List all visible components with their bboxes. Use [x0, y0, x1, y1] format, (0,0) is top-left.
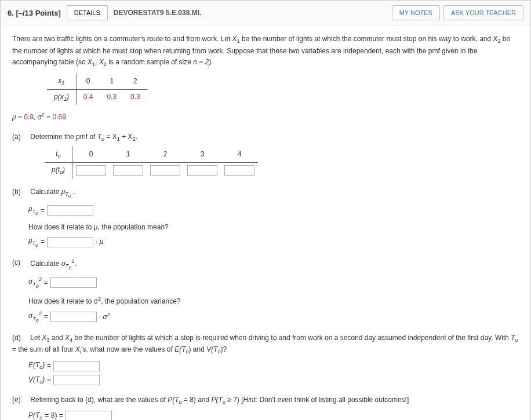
- pmf-p-0: 0.4: [76, 89, 100, 105]
- input-a-p3[interactable]: [187, 165, 217, 176]
- part-d: (d) Let X3 and X4 be the number of light…: [12, 333, 519, 357]
- part-c-text: Calculate: [30, 260, 61, 268]
- part-a-table: to 0 1 2 3 4 p(to): [45, 147, 258, 178]
- part-e: (e) Referring back to (d), what are the …: [12, 395, 519, 407]
- part-b-relate-q: How does it relate to μ, the population …: [28, 222, 519, 233]
- part-d-label: (d): [12, 333, 28, 344]
- part-e-eq-p8: P(To = 8) =: [28, 410, 519, 420]
- sigma-to-c: σ: [61, 260, 66, 268]
- pmf-p-2: 0.3: [123, 89, 147, 105]
- input-b-mu-relate[interactable]: [47, 237, 93, 247]
- part-c-eq2: σTo2 = · σ2: [28, 309, 519, 324]
- part-c-eq1: σTo2 =: [28, 275, 519, 290]
- part-c-relate-q: How does it relate to σ2, the population…: [28, 295, 519, 307]
- question-header: 6. [–/13 Points] DETAILS DEVORESTAT9 5.E…: [1, 1, 530, 25]
- pmf-table: x1 0 1 2 p(x1) 0.4 0.3 0.3: [47, 74, 147, 105]
- question-container: 6. [–/13 Points] DETAILS DEVORESTAT9 5.E…: [0, 0, 531, 420]
- sigma2-label: , σ: [34, 113, 42, 121]
- hint-label: Hint:: [243, 396, 258, 404]
- var-x2b: X: [99, 58, 104, 66]
- var-x1b: X: [88, 58, 92, 66]
- assignment-code: DEVORESTAT9 5.E.038.MI.: [114, 9, 202, 17]
- input-d-ET[interactable]: [53, 361, 100, 371]
- details-button[interactable]: DETAILS: [67, 5, 108, 20]
- intro-text-1: There are two traffic lights on a commut…: [12, 35, 232, 43]
- my-notes-button[interactable]: MY NOTES: [392, 5, 440, 20]
- part-e-label: (e): [12, 395, 28, 406]
- a-t-1: 1: [110, 147, 147, 162]
- input-c-sigma2[interactable]: [50, 277, 97, 288]
- part-a: (a) Determine the pmf of To = X1 + X2.: [12, 132, 519, 144]
- times-mu: · μ: [96, 236, 103, 247]
- input-c-sigma2-relate[interactable]: [50, 312, 97, 322]
- part-b-label: (b): [12, 187, 28, 198]
- mu-value: 0.9: [24, 113, 34, 121]
- var-x1: X: [232, 35, 237, 43]
- var-x2: X: [493, 35, 497, 43]
- part-d-eq-E: E(To) =: [28, 360, 519, 372]
- pmf-x-1: 1: [100, 74, 123, 89]
- parameters-line: μ = 0.9, σ2 = 0.69: [12, 111, 519, 123]
- part-b-eq1: μTo =: [28, 203, 519, 217]
- pmf-p-1: 0.3: [100, 89, 123, 105]
- problem-intro: There are two traffic lights on a commut…: [12, 34, 519, 69]
- question-number-points: 6. [–/13 Points]: [8, 9, 61, 17]
- intro-text-2: be the number of lights at which the com…: [240, 35, 493, 43]
- intro-text-4: is a random sample of size: [107, 58, 193, 66]
- mu-label: μ =: [12, 113, 24, 121]
- input-a-p1[interactable]: [113, 165, 143, 176]
- a-t-3: 3: [184, 147, 221, 162]
- input-a-p2[interactable]: [150, 165, 180, 176]
- a-t-4: 4: [221, 147, 258, 162]
- To-a: T: [97, 133, 101, 141]
- input-d-VT[interactable]: [53, 375, 100, 385]
- n-eq: n = 2).: [193, 58, 213, 66]
- part-a-label: (a): [12, 132, 28, 143]
- sigma2-value: 0.69: [53, 113, 66, 121]
- pmf-x-2: 2: [123, 74, 147, 89]
- pmf-row1-label: x1: [47, 74, 76, 89]
- a-t-label: to: [45, 147, 72, 162]
- part-a-text: Determine the pmf of: [30, 133, 97, 141]
- part-b: (b) Calculate μTo .: [12, 187, 519, 200]
- a-t-2: 2: [147, 147, 184, 162]
- input-a-p4[interactable]: [224, 165, 254, 176]
- ask-teacher-button[interactable]: ASK YOUR TEACHER: [443, 5, 523, 20]
- part-c-label: (c): [12, 257, 28, 268]
- a-t-0: 0: [72, 147, 110, 162]
- part-c: (c) Calculate σTo2.: [12, 257, 519, 272]
- question-content: There are two traffic lights on a commut…: [1, 25, 530, 420]
- input-b-mu[interactable]: [47, 205, 93, 216]
- input-e-p8[interactable]: [66, 411, 112, 420]
- part-d-eq-V: V(To) =: [28, 374, 519, 386]
- pmf-row2-label: p(x1): [47, 89, 76, 105]
- part-b-eq2: μTo = · μ: [28, 235, 519, 249]
- a-p-label: p(to): [45, 163, 72, 178]
- part-b-text: Calculate: [30, 188, 61, 196]
- pmf-x-0: 0: [76, 74, 100, 89]
- input-a-p0[interactable]: [76, 165, 106, 176]
- times-sigma2: · σ2: [99, 311, 110, 323]
